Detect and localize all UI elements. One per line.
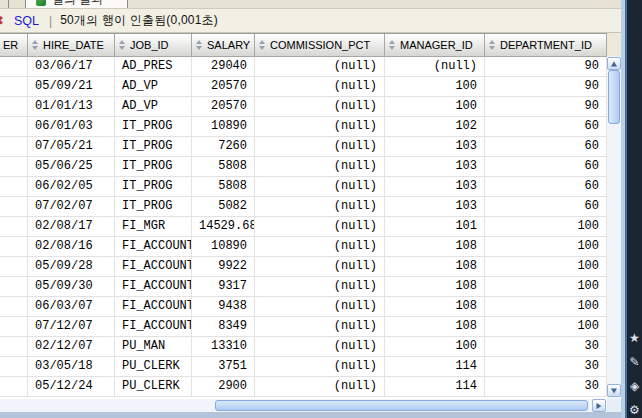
table-row[interactable]: 06/03/07FI_ACCOUNT9438(null)108100 bbox=[0, 297, 607, 317]
table-cell[interactable]: 103 bbox=[385, 137, 485, 157]
table-cell[interactable]: AD_VP bbox=[115, 77, 192, 97]
table-cell[interactable]: AD_VP bbox=[115, 97, 192, 117]
table-cell[interactable] bbox=[0, 277, 28, 297]
table-cell[interactable]: (null) bbox=[255, 257, 385, 277]
table-cell[interactable]: FI_ACCOUNT bbox=[115, 297, 192, 317]
table-cell[interactable]: 2900 bbox=[192, 377, 255, 397]
table-cell[interactable]: IT_PROG bbox=[115, 157, 192, 177]
table-cell[interactable]: 5808 bbox=[192, 177, 255, 197]
table-cell[interactable]: 30 bbox=[485, 357, 607, 377]
table-cell[interactable]: 06/01/03 bbox=[28, 117, 115, 137]
table-cell[interactable]: 60 bbox=[485, 197, 607, 217]
table-cell[interactable] bbox=[0, 297, 28, 317]
vertical-scrollbar-thumb[interactable] bbox=[608, 70, 620, 124]
scroll-right-button[interactable] bbox=[592, 399, 606, 412]
table-cell[interactable]: 108 bbox=[385, 277, 485, 297]
table-cell[interactable]: 02/12/07 bbox=[28, 337, 115, 357]
table-cell[interactable]: 29040 bbox=[192, 57, 255, 77]
table-cell[interactable]: 01/01/13 bbox=[28, 97, 115, 117]
table-cell[interactable] bbox=[0, 157, 28, 177]
table-cell[interactable]: FI_ACCOUNT bbox=[115, 277, 192, 297]
table-cell[interactable] bbox=[0, 97, 28, 117]
table-cell[interactable]: 90 bbox=[485, 97, 607, 117]
table-cell[interactable]: (null) bbox=[255, 217, 385, 237]
table-cell[interactable]: 03/05/18 bbox=[28, 357, 115, 377]
sql-link[interactable]: SQL bbox=[14, 14, 39, 28]
table-cell[interactable]: 7260 bbox=[192, 137, 255, 157]
table-cell[interactable]: 07/02/07 bbox=[28, 197, 115, 217]
table-cell[interactable]: 10890 bbox=[192, 117, 255, 137]
table-cell[interactable] bbox=[0, 117, 28, 137]
tab-query-result[interactable]: 질의 결과 bbox=[25, 0, 128, 9]
table-cell[interactable]: 101 bbox=[385, 217, 485, 237]
favorites-star-icon[interactable]: ★ bbox=[627, 330, 642, 346]
column-header-er[interactable]: ER bbox=[0, 34, 28, 57]
table-cell[interactable]: 05/09/21 bbox=[28, 77, 115, 97]
table-cell[interactable]: IT_PROG bbox=[115, 137, 192, 157]
table-cell[interactable]: (null) bbox=[255, 137, 385, 157]
table-cell[interactable]: (null) bbox=[255, 377, 385, 397]
table-cell[interactable]: 108 bbox=[385, 257, 485, 277]
table-cell[interactable] bbox=[0, 357, 28, 377]
column-header-hire_date[interactable]: HIRE_DATE bbox=[28, 34, 115, 57]
table-cell[interactable]: (null) bbox=[255, 157, 385, 177]
table-cell[interactable]: 108 bbox=[385, 317, 485, 337]
table-cell[interactable]: 8349 bbox=[192, 317, 255, 337]
table-cell[interactable]: 100 bbox=[385, 77, 485, 97]
table-cell[interactable]: 14529.68 bbox=[192, 217, 255, 237]
scroll-up-button[interactable] bbox=[607, 57, 621, 70]
table-cell[interactable]: FI_ACCOUNT bbox=[115, 317, 192, 337]
table-row[interactable]: 05/09/28FI_ACCOUNT9922(null)108100 bbox=[0, 257, 607, 277]
table-row[interactable]: 06/02/05IT_PROG5808(null)10360 bbox=[0, 177, 607, 197]
table-cell[interactable]: 108 bbox=[385, 237, 485, 257]
table-row[interactable]: 03/05/18PU_CLERK3751(null)11430 bbox=[0, 357, 607, 377]
table-cell[interactable]: 102 bbox=[385, 117, 485, 137]
table-cell[interactable] bbox=[0, 77, 28, 97]
table-row[interactable]: 02/12/07PU_MAN13310(null)10030 bbox=[0, 337, 607, 357]
table-row[interactable]: 07/12/07FI_ACCOUNT8349(null)108100 bbox=[0, 317, 607, 337]
table-cell[interactable]: 100 bbox=[385, 337, 485, 357]
table-cell[interactable]: 05/09/28 bbox=[28, 257, 115, 277]
table-cell[interactable]: 90 bbox=[485, 57, 607, 77]
table-cell[interactable]: 5082 bbox=[192, 197, 255, 217]
table-cell[interactable]: 05/12/24 bbox=[28, 377, 115, 397]
table-cell[interactable]: 60 bbox=[485, 157, 607, 177]
table-cell[interactable]: (null) bbox=[255, 57, 385, 77]
table-row[interactable]: 07/02/07IT_PROG5082(null)10360 bbox=[0, 197, 607, 217]
table-cell[interactable]: 3751 bbox=[192, 357, 255, 377]
table-cell[interactable]: (null) bbox=[255, 77, 385, 97]
table-row[interactable]: 07/05/21IT_PROG7260(null)10360 bbox=[0, 137, 607, 157]
table-cell[interactable]: 06/03/07 bbox=[28, 297, 115, 317]
table-row[interactable]: 05/12/24PU_CLERK2900(null)11430 bbox=[0, 377, 607, 397]
table-cell[interactable]: IT_PROG bbox=[115, 197, 192, 217]
horizontal-scrollbar[interactable] bbox=[0, 399, 607, 412]
table-cell[interactable]: 13310 bbox=[192, 337, 255, 357]
table-cell[interactable]: 100 bbox=[485, 217, 607, 237]
table-cell[interactable]: 5808 bbox=[192, 157, 255, 177]
table-cell[interactable]: 30 bbox=[485, 377, 607, 397]
table-cell[interactable]: FI_ACCOUNT bbox=[115, 237, 192, 257]
table-cell[interactable]: 100 bbox=[485, 317, 607, 337]
table-cell[interactable]: (null) bbox=[255, 357, 385, 377]
table-cell[interactable] bbox=[0, 337, 28, 357]
table-cell[interactable]: 06/02/05 bbox=[28, 177, 115, 197]
scribble-icon[interactable]: ✎ bbox=[627, 354, 642, 370]
table-cell[interactable]: PU_MAN bbox=[115, 337, 192, 357]
table-cell[interactable]: 103 bbox=[385, 157, 485, 177]
table-cell[interactable] bbox=[0, 317, 28, 337]
table-cell[interactable]: (null) bbox=[255, 177, 385, 197]
table-cell[interactable] bbox=[0, 237, 28, 257]
table-cell[interactable]: 9317 bbox=[192, 277, 255, 297]
table-cell[interactable] bbox=[0, 197, 28, 217]
table-cell[interactable]: 05/09/30 bbox=[28, 277, 115, 297]
scroll-down-button[interactable] bbox=[607, 384, 621, 397]
vertical-scrollbar[interactable] bbox=[607, 56, 621, 399]
table-cell[interactable]: AD_PRES bbox=[115, 57, 192, 77]
table-cell[interactable]: 05/06/25 bbox=[28, 157, 115, 177]
table-cell[interactable]: IT_PROG bbox=[115, 117, 192, 137]
table-cell[interactable]: 108 bbox=[385, 297, 485, 317]
table-row[interactable]: 02/08/16FI_ACCOUNT10890(null)108100 bbox=[0, 237, 607, 257]
table-cell[interactable]: FI_MGR bbox=[115, 217, 192, 237]
column-header-department_id[interactable]: DEPARTMENT_ID bbox=[485, 34, 607, 57]
table-row[interactable]: 05/09/30FI_ACCOUNT9317(null)108100 bbox=[0, 277, 607, 297]
